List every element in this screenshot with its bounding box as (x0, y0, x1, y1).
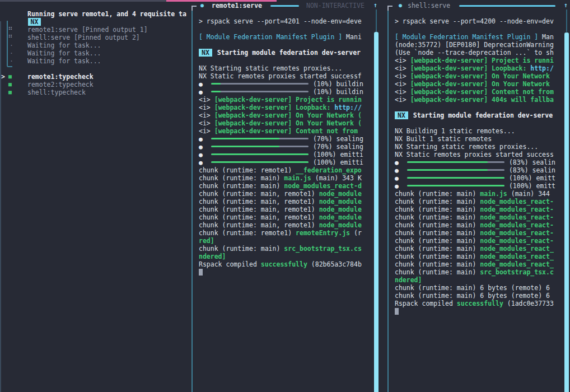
scrollbar-track[interactable] (376, 10, 377, 32)
terminal-line: NX Static remotes proxies started succes… (199, 72, 363, 80)
task-row[interactable]: ⠛remote1:serve [Pinned output 1] (0, 26, 191, 34)
terminal-line: <i> [webpack-dev-server] 404s will fallb… (395, 96, 555, 104)
terminal-line: chunk (runtime: main, remote1) node_modu… (199, 190, 363, 198)
progress-bar (211, 161, 309, 163)
terminal-cursor (199, 269, 203, 276)
task-row[interactable]: ■remote2:typecheck (0, 81, 191, 88)
terminal-line: ●(10%) buildin (199, 88, 363, 96)
task-status-icon: ■ (8, 88, 12, 96)
task-status-icon: ■ (8, 73, 12, 81)
terminal-cursor (395, 308, 399, 315)
pane-border (387, 6, 393, 392)
terminal-line: <i> [webpack-dev-server] Loopback: http:… (395, 64, 555, 72)
terminal-output: > rspack serve --port=4201 --node-env=de… (199, 17, 363, 276)
terminal-line (199, 25, 363, 33)
terminal-line: chunk (runtime: main, remote1) node_modu… (199, 206, 363, 213)
terminal-line: chunk (runtime: main) node_modules_react… (199, 182, 363, 190)
mode-label: NON-INTERACTIVE (306, 2, 365, 10)
task-label: remote2:typecheck (27, 81, 94, 88)
terminal-line: ●(100%) emitti (199, 151, 363, 158)
terminal-line: <i> [webpack-dev-server] On Your Network (395, 72, 555, 80)
pane-shell-serve: ● shell:serve > rspack serve --port=4200… (387, 0, 570, 392)
terminal-line: chunk (runtime: main) src_bootstrap_tsx.… (395, 268, 555, 276)
pane-bullet-icon: ● (200, 2, 204, 10)
scrollbar-thumb[interactable] (374, 32, 379, 392)
task-row[interactable]: >■remote1:typecheck (0, 73, 191, 81)
pane-remote1-serve: ● remote1:serve NON-INTERACTIVE > rspack… (191, 0, 381, 392)
terminal-line: chunk (runtime: remote1) __federation_ex… (199, 166, 363, 174)
terminal-line: chunk (runtime: main, remote1) node_modu… (199, 213, 363, 221)
header-rule (270, 5, 299, 7)
terminal-line (199, 41, 363, 49)
terminal-line: <i> [webpack-dev-server] Content not fro… (395, 88, 555, 96)
terminal-line: chunk (runtime: main) main.js (main) 344 (395, 190, 555, 198)
terminal-line: NX Static remotes proxies started succes… (395, 151, 555, 158)
terminal-line: <i> [webpack-dev-server] On Your Network… (199, 111, 363, 119)
task-row[interactable]: ·Waiting for task... (0, 41, 191, 49)
terminal-line (395, 104, 555, 111)
terminal-line: chunk (runtime: main) node_modules_react… (395, 229, 555, 237)
terminal-line: [ Module Federation Manifest Plugin ] Ma… (199, 33, 363, 41)
selected-arrow-icon: > (1, 73, 5, 81)
terminal-line: [ Module Federation Manifest Plugin ] Ma… (395, 33, 555, 41)
scrollbar-track[interactable] (566, 10, 567, 32)
pane-header: ● shell:serve (387, 2, 570, 10)
waiting-dot-icon: · (10, 57, 13, 65)
scrollbar-thumb[interactable] (564, 32, 569, 392)
terminal-line: Rspack compiled successfully (82b65a3c78… (199, 260, 363, 268)
typecheck-task-list: >■remote1:typecheck■remote2:typecheck■sh… (0, 73, 191, 96)
task-list-pane: NX Running serve remote1, and 4 requisit… (0, 0, 191, 392)
terminal-line: chunk (runtime: main) node_modules_react… (395, 245, 555, 253)
terminal-line: NX Starting static remotes proxies... (199, 64, 363, 72)
task-label: remote1:typecheck (27, 73, 94, 81)
waiting-dot-icon: · (10, 41, 13, 49)
waiting-dot-icon: · (10, 49, 13, 57)
task-list-header: NX Running serve remote1, and 4 requisit… (4, 10, 41, 18)
terminal-line: <i> [webpack-dev-server] Loopback: http:… (199, 104, 363, 111)
task-label: shell:serve [Pinned output 2] (27, 34, 140, 41)
terminal-screen: NX Running serve remote1, and 4 requisit… (0, 0, 570, 392)
terminal-line: <i> [webpack-dev-server] On Your Network… (199, 119, 363, 127)
nx-badge: NX (199, 49, 212, 57)
terminal-line: chunk (runtime: remote1) remoteEntry.js … (199, 229, 363, 237)
terminal-line: NX Starting static remotes proxies... (395, 143, 555, 151)
pane-bullet-icon: ● (399, 2, 402, 10)
task-row[interactable]: ■shell:typecheck (0, 88, 191, 96)
terminal-line: ●(100%) emitt (395, 174, 555, 182)
scroll-up-icon[interactable]: ↑ (373, 1, 377, 9)
spinner-icon: ⠛ (8, 26, 12, 34)
terminal-line (199, 57, 363, 64)
terminal-line: NXStarting module federation dev-serve (395, 111, 555, 119)
progress-bar (407, 185, 504, 186)
pinned-task-list: ⠛remote1:serve [Pinned output 1]⠛shell:s… (0, 26, 191, 65)
task-label: Waiting for task... (27, 49, 101, 57)
terminal-line (199, 268, 363, 276)
terminal-line: chunk (runtime: main) node_modules_react… (395, 260, 555, 268)
terminal-line: ●(100%) emitti (199, 158, 363, 166)
terminal-line: chunk (runtime: main, remote1) node_modu… (199, 198, 363, 206)
terminal-line: NX Built 1 static remotes (395, 135, 555, 143)
pane-title: shell:serve (408, 2, 450, 10)
task-row[interactable]: ·Waiting for task... (0, 49, 191, 57)
task-label: remote1:serve [Pinned output 1] (27, 26, 148, 34)
terminal-line (395, 25, 555, 33)
terminal-line: red] (199, 237, 363, 245)
task-row[interactable]: ·Waiting for task... (0, 57, 191, 65)
task-label: shell:typecheck (27, 88, 86, 96)
terminal-line: Rspack compiled successfully (1adc0e3773… (395, 300, 555, 307)
terminal-line: > rspack serve --port=4201 --node-env=de… (199, 17, 363, 25)
task-row[interactable]: ⠛shell:serve [Pinned output 2] (0, 34, 191, 41)
scroll-up-icon[interactable]: ↑ (564, 1, 568, 9)
terminal-line: > rspack serve --port=4200 --node-env=de… (395, 17, 555, 25)
task-runner-title: Running serve remote1, and 4 requisite t… (27, 10, 186, 18)
progress-bar (211, 138, 309, 139)
pane-title: remote1:serve (212, 2, 262, 10)
terminal-output: > rspack serve --port=4200 --node-env=de… (395, 17, 555, 315)
terminal-line: NXStarting module federation dev-server (199, 49, 363, 57)
terminal-line: chunk (runtime: main) node_modules_react… (395, 221, 555, 229)
progress-bar (211, 91, 309, 92)
terminal-line: NX Building 1 static remotes... (395, 127, 555, 135)
pane-border (191, 6, 197, 392)
task-label: Waiting for task... (27, 57, 101, 65)
pane-header: ● remote1:serve NON-INTERACTIVE (191, 2, 381, 10)
